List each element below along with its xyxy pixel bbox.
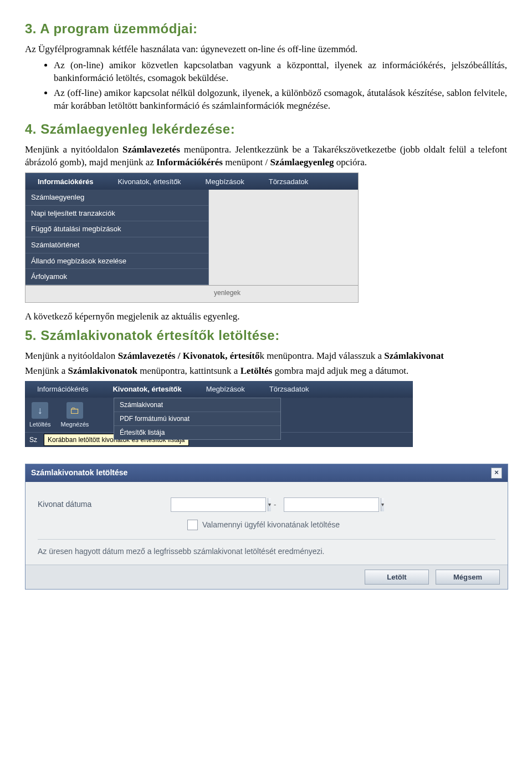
chevron-down-icon[interactable]: ▾ <box>381 498 384 511</box>
close-button[interactable]: × <box>491 468 502 479</box>
bold-text: Számlavezetés / Kivonatok, értesítő <box>118 351 260 361</box>
dialog-body: Kivonat dátuma ▾ - ▾ Valamennyi ügyfél k… <box>25 482 508 565</box>
text: opcióra. <box>334 157 367 167</box>
date-label: Kivonat dátuma <box>38 499 165 510</box>
menu-item-pdf-kivonat[interactable]: PDF formátumú kivonat <box>114 412 280 425</box>
text: Menjünk a nyitóoldalon <box>25 144 122 155</box>
chevron-down-icon[interactable]: ▾ <box>268 498 271 511</box>
text: menüpont / <box>223 157 270 167</box>
section-5-para-2: Menjünk a Számlakivonatok menüpontra, ka… <box>25 365 507 378</box>
download-button[interactable]: Letöltés <box>29 402 51 432</box>
screenshot-bottom-row: yenlegek <box>25 285 358 302</box>
section-4-heading: 4. Számlaegyenleg lekérdezése: <box>25 120 507 138</box>
menu-item-arfolyamok[interactable]: Árfolyamok <box>25 268 208 285</box>
date-to-input[interactable] <box>284 498 381 511</box>
bold-text: Letöltés <box>241 365 273 376</box>
checkbox-row: Valamennyi ügyfél kivonatának letöltése <box>187 520 495 530</box>
dialog-footer: Letölt Mégsem <box>25 565 508 590</box>
all-customers-checkbox[interactable] <box>187 520 198 530</box>
menu-item-allando-megbizasok[interactable]: Állandó megbízások kezelése <box>25 253 208 269</box>
folder-icon <box>66 402 83 419</box>
section-3-heading: 3. A program üzemmódjai: <box>25 20 507 38</box>
dialog-hint: Az üresen hagyott dátum mező a legfrisse… <box>38 539 495 557</box>
download-label: Letöltés <box>29 420 51 429</box>
screenshot-info-menu: Információkérés Kivonatok, értesítők Meg… <box>25 172 359 302</box>
tab-kivonatok[interactable]: Kivonatok, értesítők <box>105 173 193 190</box>
bold-text: Számlavezetés <box>122 144 180 155</box>
section-3-bullet-list: Az (on-line) amikor közvetlen kapcsolatb… <box>25 59 507 113</box>
menu-item-fuggo-atutalasi[interactable]: Függő átutalási megbízások <box>25 221 208 237</box>
download-button[interactable]: Letölt <box>365 570 429 585</box>
section-3-bullet: Az (off-line) amikor kapcsolat nélkül do… <box>54 87 507 113</box>
tab-megbizasok[interactable]: Megbízások <box>194 381 257 398</box>
text: k menüpontra. Majd válasszuk a <box>260 351 385 361</box>
menu-item-napi-tranzakciok[interactable]: Napi teljesített tranzakciók <box>25 205 208 221</box>
view-button[interactable]: Megnézés <box>61 402 89 432</box>
tab-kivonatok[interactable]: Kivonatok, értesítők <box>100 381 193 398</box>
text: Menjünk a nyitóoldalon <box>25 351 118 361</box>
date-row: Kivonat dátuma ▾ - ▾ <box>38 497 495 512</box>
menu-item-szamlatortenet[interactable]: Számlatörténet <box>25 237 208 253</box>
view-label: Megnézés <box>61 420 89 429</box>
partial-prefix: Sz <box>29 435 37 444</box>
tab-informaciokeres[interactable]: Információkérés <box>25 381 100 398</box>
section-4-para: Menjünk a nyitóoldalon Számlavezetés men… <box>25 144 507 169</box>
tabbar: Információkérés Kivonatok, értesítők Meg… <box>25 173 358 190</box>
screenshot-kivonatok-menu: Információkérés Kivonatok, értesítők Meg… <box>25 381 413 447</box>
checkbox-label: Valamennyi ügyfél kivonatának letöltése <box>202 520 340 530</box>
info-dropdown: Számlaegyenleg Napi teljesített tranzakc… <box>25 190 209 285</box>
section-4-followup: A következő képernyőn megjelenik az aktu… <box>25 311 507 323</box>
text: Menjünk a <box>25 365 68 376</box>
date-separator: - <box>272 500 278 510</box>
bold-text: Információkérés <box>156 157 223 167</box>
bold-text: Számlakivonat <box>384 351 444 361</box>
text: menüpontra, kattintsunk a <box>137 365 241 376</box>
menu-item-szamlakivonat[interactable]: Számlakivonat <box>114 398 280 412</box>
download-dialog: Számlakivonatok letöltése × Kivonat dátu… <box>25 464 508 590</box>
date-to-field[interactable]: ▾ <box>284 497 379 512</box>
tabbar: Információkérés Kivonatok, értesítők Meg… <box>25 381 413 398</box>
tab-torzsadatok[interactable]: Törzsadatok <box>257 381 321 398</box>
cancel-button[interactable]: Mégsem <box>436 570 500 585</box>
date-from-field[interactable]: ▾ <box>171 497 266 512</box>
dialog-title-text: Számlakivonatok letöltése <box>31 468 127 478</box>
tab-informaciokeres[interactable]: Információkérés <box>25 173 105 190</box>
menu-item-szamlaegyenleg[interactable]: Számlaegyenleg <box>25 190 208 205</box>
tab-torzsadatok[interactable]: Törzsadatok <box>257 173 321 190</box>
partial-label: yenlegek <box>209 286 245 302</box>
toolbar: Letöltés Megnézés Számlakivonat PDF form… <box>25 398 413 433</box>
kivonatok-dropdown: Számlakivonat PDF formátumú kivonat Érte… <box>114 398 281 440</box>
download-icon <box>32 402 48 419</box>
bold-text: Számlaegyenleg <box>270 157 334 167</box>
bold-text: Számlakivonatok <box>68 365 137 376</box>
section-3-bullet: Az (on-line) amikor közvetlen kapcsolatb… <box>54 59 507 85</box>
section-5-heading: 5. Számlakivonatok értesítők letöltése: <box>25 327 507 344</box>
text: gombra majd adjuk meg a dátumot. <box>272 365 408 376</box>
section-3-intro: Az Ügyfélprogramnak kétféle használata v… <box>25 43 507 56</box>
menu-item-ertesitok-listaja[interactable]: Értesítők listája <box>114 425 280 439</box>
dialog-titlebar: Számlakivonatok letöltése × <box>25 464 508 482</box>
section-5-para-1: Menjünk a nyitóoldalon Számlavezetés / K… <box>25 350 507 363</box>
tab-megbizasok[interactable]: Megbízások <box>193 173 257 190</box>
date-from-input[interactable] <box>171 498 268 511</box>
